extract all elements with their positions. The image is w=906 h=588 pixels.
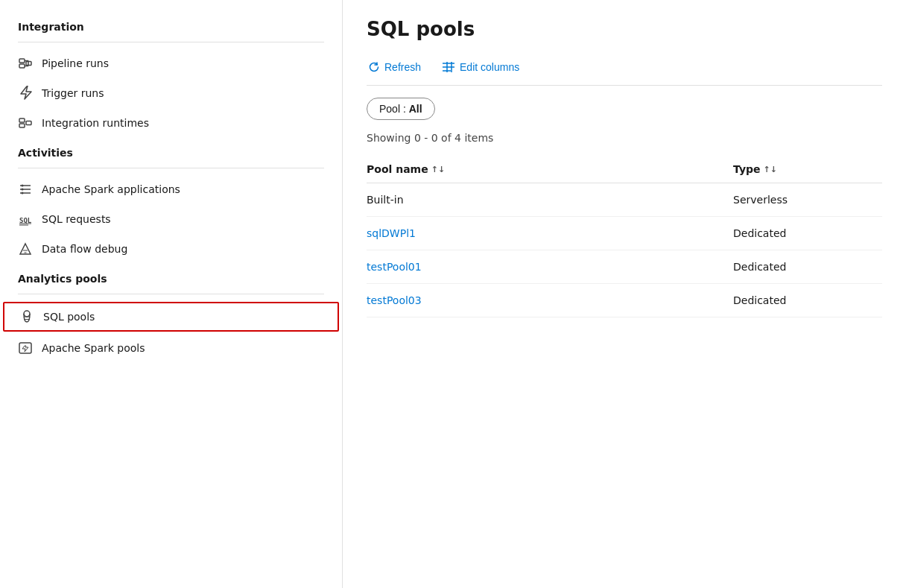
refresh-button[interactable]: Refresh: [367, 58, 422, 76]
sidebar-item-label: Apache Spark pools: [42, 342, 145, 354]
sidebar-item-label: SQL requests: [42, 213, 111, 225]
cell-type: Dedicated: [733, 227, 882, 239]
sidebar-item-label: Integration runtimes: [42, 117, 149, 129]
trigger-icon: [18, 86, 33, 101]
spark-app-icon: [18, 182, 33, 197]
sidebar: Integration Pipeline runs Trigger runs: [0, 0, 343, 588]
col-label-type: Type: [733, 163, 761, 175]
filter-row: Pool : All: [367, 98, 882, 120]
page-title: SQL pools: [367, 18, 882, 40]
pool-filter-button[interactable]: Pool : All: [367, 98, 435, 120]
svg-point-12: [22, 185, 24, 187]
sidebar-item-sql-requests[interactable]: SQL SQL requests: [0, 204, 342, 234]
cell-pool-name[interactable]: testPool03: [367, 294, 733, 306]
table-row: sqlDWPl1Dedicated: [367, 217, 882, 250]
table-container: Pool name ↑↓ Type ↑↓ Built-inServerlesss…: [367, 156, 882, 570]
showing-text: Showing 0 - 0 of 4 items: [367, 132, 882, 144]
main-content: SQL pools Refresh Edit columns Pool : Al…: [343, 0, 906, 588]
svg-point-14: [22, 192, 24, 195]
sidebar-item-label: Pipeline runs: [42, 57, 109, 69]
spark-pools-icon: [18, 341, 33, 355]
sidebar-item-spark-applications[interactable]: Apache Spark applications: [0, 174, 342, 204]
filter-label: Pool :: [379, 103, 406, 115]
cell-type: Serverless: [733, 194, 882, 206]
sql-pools-icon: [19, 309, 34, 324]
sidebar-item-sql-pools[interactable]: SQL pools: [3, 302, 339, 332]
sidebar-item-dataflow-debug[interactable]: Data flow debug: [0, 234, 342, 264]
svg-point-21: [24, 311, 30, 317]
cell-type: Dedicated: [733, 294, 882, 306]
refresh-icon: [368, 61, 380, 73]
cell-pool-name[interactable]: testPool01: [367, 261, 733, 273]
cell-type: Dedicated: [733, 261, 882, 273]
col-label-pool-name: Pool name: [367, 163, 428, 175]
table-body: Built-inServerlesssqlDWPl1DedicatedtestP…: [367, 183, 882, 317]
edit-columns-icon: [442, 61, 455, 73]
divider-activities: [18, 168, 324, 168]
divider-integration: [18, 42, 324, 42]
table-row: Built-inServerless: [367, 183, 882, 217]
sidebar-item-label: Data flow debug: [42, 243, 127, 255]
section-header-analytics: Analytics pools: [0, 264, 342, 291]
svg-rect-1: [19, 64, 25, 68]
sidebar-item-pipeline-runs[interactable]: Pipeline runs: [0, 48, 342, 78]
divider-analytics: [18, 294, 324, 294]
cell-pool-name[interactable]: sqlDWPl1: [367, 227, 733, 239]
edit-columns-label: Edit columns: [460, 61, 519, 73]
table-row: testPool01Dedicated: [367, 250, 882, 284]
integration-icon: [18, 116, 33, 130]
filter-value: All: [409, 103, 422, 115]
svg-rect-8: [26, 121, 31, 125]
svg-point-13: [22, 189, 24, 191]
cell-pool-name: Built-in: [367, 194, 733, 206]
svg-rect-7: [19, 124, 25, 127]
section-header-activities: Activities: [0, 138, 342, 165]
svg-rect-24: [19, 343, 31, 353]
sidebar-item-label: Trigger runs: [42, 87, 104, 99]
col-header-type[interactable]: Type ↑↓: [733, 163, 882, 175]
col-header-pool-name[interactable]: Pool name ↑↓: [367, 163, 733, 175]
section-header-integration: Integration: [0, 12, 342, 39]
sidebar-item-spark-pools[interactable]: Apache Spark pools: [0, 333, 342, 363]
sidebar-item-label: SQL pools: [43, 311, 95, 323]
sort-icon-type: ↑↓: [764, 165, 777, 174]
sidebar-item-integration-runtimes[interactable]: Integration runtimes: [0, 108, 342, 138]
table-header: Pool name ↑↓ Type ↑↓: [367, 156, 882, 183]
edit-columns-button[interactable]: Edit columns: [440, 58, 521, 76]
pipeline-icon: [18, 56, 33, 71]
sql-icon: SQL: [18, 212, 33, 227]
sidebar-item-label: Apache Spark applications: [42, 183, 180, 195]
sidebar-item-trigger-runs[interactable]: Trigger runs: [0, 78, 342, 108]
table-row: testPool03Dedicated: [367, 284, 882, 317]
dataflow-icon: [18, 241, 33, 256]
sort-icon-pool-name: ↑↓: [431, 165, 445, 174]
svg-rect-6: [19, 118, 25, 122]
svg-rect-0: [19, 59, 25, 63]
toolbar: Refresh Edit columns: [367, 58, 882, 86]
refresh-label: Refresh: [384, 61, 421, 73]
